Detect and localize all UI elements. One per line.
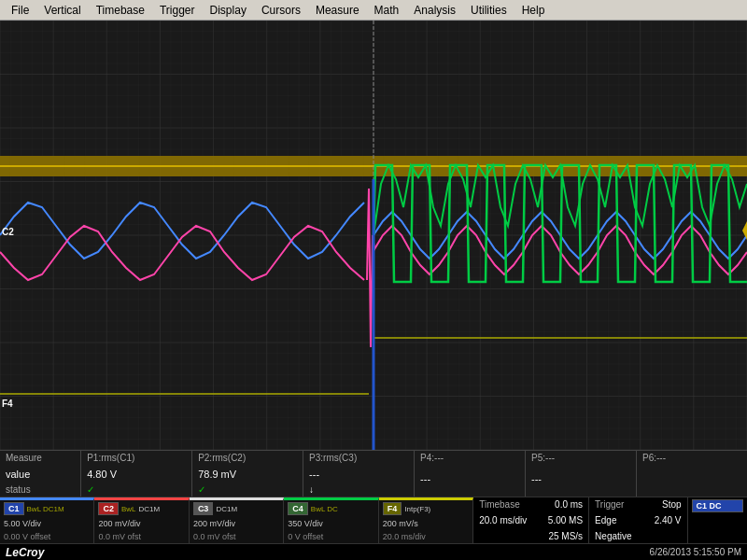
measure-p5-col: P5:--- ---	[526, 451, 637, 497]
measure-p1-col: P1:rms(C1) 4.80 V ✓	[81, 451, 192, 497]
channel-bar: C1 BwL DC1M 5.00 V/div 0.00 V offset C2 …	[0, 497, 747, 543]
c3-dc-label: DC1M	[216, 505, 237, 513]
c1-bwl-label: BwL DC1M	[27, 505, 64, 513]
measure-p2-value: 78.9 mV	[198, 469, 297, 480]
lecroy-logo: LeCroy	[6, 546, 44, 559]
measure-p6-header: P6:---	[642, 453, 741, 463]
trigger-mode: Stop	[662, 499, 682, 510]
menu-item-file[interactable]: File	[4, 2, 36, 19]
trigger-level: 2.40 V	[655, 515, 682, 525]
measure-label-col: Measure value status	[0, 451, 81, 497]
c3-info: C3 DC1M 200 mV/div 0.0 mV ofst	[190, 497, 284, 543]
f4-channel-label: F4	[2, 399, 13, 409]
c2-dc-label: DC1M	[139, 505, 161, 513]
f4-badge: F4	[383, 502, 402, 515]
timebase-scale: 20.0 ms/div	[479, 515, 527, 525]
c2-info: C2 BwL DC1M 200 mV/div 0.0 mV ofst	[94, 497, 189, 543]
c4-scale: 350 V/div	[288, 519, 374, 528]
measure-p1-value: 4.80 V	[87, 469, 186, 480]
measure-bar: Measure value status P1:rms(C1) 4.80 V ✓…	[0, 450, 747, 497]
menu-item-trigger[interactable]: Trigger	[152, 2, 203, 19]
measure-p2-status: ✓	[198, 484, 297, 495]
menu-item-math[interactable]: Math	[367, 2, 407, 19]
timebase-delay: 0.0 ms	[555, 499, 583, 510]
c4-offset: 0 V offset	[288, 532, 374, 541]
measure-p4-value: ---	[420, 473, 519, 484]
trigger-info: Trigger Stop Edge 2.40 V Negative	[589, 497, 687, 543]
datetime: 6/26/2013 5:15:50 PM	[650, 547, 741, 557]
c2-badge: C2	[98, 502, 119, 515]
f4-func-label: Intp(F3)	[404, 505, 430, 513]
scope-display: C2 F4	[0, 21, 747, 450]
trigger-label: Trigger	[595, 499, 624, 510]
trigger-type: Edge	[595, 515, 616, 525]
c1-info: C1 BwL DC1M 5.00 V/div 0.00 V offset	[0, 497, 94, 543]
measure-p1-header: P1:rms(C1)	[87, 453, 186, 463]
measure-p5-value: ---	[531, 473, 630, 484]
measure-status-label: status	[6, 484, 75, 495]
c4-bwl-label: BwL DC	[311, 505, 338, 513]
timebase-label: Timebase	[479, 499, 520, 510]
measure-p3-col: P3:rms(C3) --- ↓	[303, 451, 415, 497]
menu-bar: FileVerticalTimebaseTriggerDisplayCursor…	[0, 0, 747, 21]
measure-p2-col: P2:rms(C2) 78.9 mV ✓	[192, 451, 303, 497]
c2-bwl-label: BwL	[121, 505, 136, 513]
c1-offset: 0.00 V offset	[4, 532, 90, 541]
menu-item-cursors[interactable]: Cursors	[254, 2, 308, 19]
f4-offset: 20.0 ms/div	[383, 532, 469, 541]
measure-value-label: value	[6, 469, 75, 480]
c1-badge: C1	[4, 502, 24, 515]
timebase-samples: 25 MS/s	[548, 531, 583, 541]
timebase-info: Timebase 0.0 ms 20.0 ms/div 5.00 MS 25 M…	[473, 497, 589, 543]
lecroy-bar: LeCroy 6/26/2013 5:15:50 PM	[0, 543, 747, 560]
f4-scale: 200 mV/s	[383, 519, 469, 528]
timebase-samplerate: 5.00 MS	[548, 515, 583, 525]
measure-header: Measure	[6, 453, 75, 463]
measure-p3-value: ---	[309, 469, 408, 480]
measure-p6-col: P6:---	[637, 451, 747, 497]
menu-item-utilities[interactable]: Utilities	[463, 2, 514, 19]
f4-info: F4 Intp(F3) 200 mV/s 20.0 ms/div	[379, 497, 473, 543]
trigger-slope-label: Negative	[595, 531, 631, 541]
measure-p4-col: P4:--- ---	[415, 451, 526, 497]
measure-p1-status: ✓	[87, 484, 186, 495]
c2-offset: 0.0 mV ofst	[98, 532, 184, 541]
c4-badge: C4	[288, 502, 308, 515]
c2-channel-label: C2	[2, 227, 14, 237]
measure-p3-status: ↓	[309, 484, 408, 495]
menu-item-analysis[interactable]: Analysis	[406, 2, 463, 19]
c1-scale: 5.00 V/div	[4, 519, 90, 528]
c4-info: C4 BwL DC 350 V/div 0 V offset	[284, 497, 378, 543]
menu-item-help[interactable]: Help	[514, 2, 553, 19]
measure-p4-header: P4:---	[420, 453, 519, 463]
menu-item-timebase[interactable]: Timebase	[89, 2, 152, 19]
menu-item-measure[interactable]: Measure	[308, 2, 367, 19]
measure-p3-header: P3:rms(C3)	[309, 453, 408, 463]
ch1-trigger-info: C1 DC	[688, 497, 747, 543]
c3-badge: C3	[193, 502, 214, 515]
waveform-svg	[0, 21, 747, 450]
c3-scale: 200 mV/div	[193, 519, 279, 528]
c3-offset: 0.0 mV ofst	[193, 532, 279, 541]
measure-p2-header: P2:rms(C2)	[198, 453, 297, 463]
menu-item-vertical[interactable]: Vertical	[36, 2, 88, 19]
menu-item-display[interactable]: Display	[203, 2, 254, 19]
measure-p5-header: P5:---	[531, 453, 630, 463]
ch1-trig-badge: C1 DC	[692, 499, 743, 512]
c2-scale: 200 mV/div	[98, 519, 184, 528]
